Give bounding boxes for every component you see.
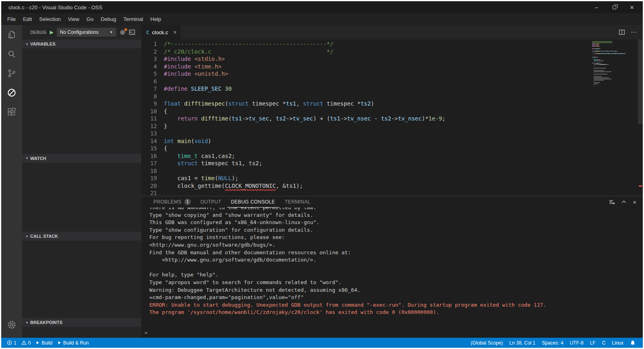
code-editor[interactable]: 1/*-------------------------------------… [141,39,643,196]
status-build[interactable]: Build [33,340,55,346]
menu-file[interactable]: File [4,13,19,25]
status-errors[interactable]: 1 [4,340,19,346]
search-icon [6,49,17,59]
maximize-panel-button[interactable] [621,199,627,205]
debug-config-select[interactable]: No Configurations ▼ [57,28,116,37]
panel-actions: × [609,199,643,206]
line-number: 20 [141,182,164,190]
configure-gear-button[interactable] [120,29,126,35]
tab-label: clock.c [152,29,168,35]
line-number: 5 [141,70,164,78]
code-text: #include <stdio.h> [164,55,225,63]
split-editor-button[interactable] [619,29,625,35]
console-line: ERROR: Unable to start debugging. Unexpe… [149,301,643,309]
code-text: { [164,108,167,115]
code-text: #include <unistd.h> [164,70,228,78]
status-indentation[interactable]: Spaces: 4 [539,340,566,346]
tab-close-button[interactable]: × [173,29,177,35]
code-text: /* c20/clock.c */ [164,48,333,56]
restore-button[interactable] [611,4,618,11]
console-line: For help, type "help". [149,271,643,279]
problems-count-badge: 1 [184,199,191,205]
line-number: 19 [141,174,164,182]
collapse-arrow-icon: ▾ [26,42,28,46]
close-button[interactable]: × [628,4,636,11]
status-right: (Global Scope)Ln 38, Col 1Spaces: 4UTF-8… [467,340,639,346]
activity-items [1,25,22,122]
code-text: struct timespec ts1, ts2; [164,160,262,167]
panel-tabs: PROBLEMS1OUTPUTDEBUG CONSOLETERMINAL× [141,196,643,208]
status-notifications[interactable] [627,340,639,346]
panel-tab-problems[interactable]: PROBLEMS1 [149,196,195,208]
activity-item-debug[interactable] [1,83,22,102]
status-language[interactable]: C [599,340,609,346]
status-left: 10BuildBuild & Run [4,340,91,346]
menu-selection[interactable]: Selection [35,13,64,25]
activity-item-extensions[interactable] [1,102,22,122]
menu-view[interactable]: View [64,13,83,25]
line-number: 4 [141,63,164,71]
status-label: UTF-8 [570,340,584,346]
section-header-watch[interactable]: ▾WATCH [22,154,141,163]
panel-tab-output[interactable]: OUTPUT [196,196,225,208]
debug-console-toggle-button[interactable] [129,29,135,35]
clear-console-button[interactable] [609,199,615,205]
panel-tab-terminal[interactable]: TERMINAL [281,196,315,208]
debug-console-output[interactable]: There is NO WARRANTY, to the extent perm… [141,208,643,317]
status-label: Build [41,340,52,346]
error-circle-icon [7,340,12,345]
line-number: 9 [141,100,164,108]
status-encoding[interactable]: UTF-8 [567,340,587,346]
line-number: 15 [141,145,164,152]
scrollbar-thumb[interactable] [638,39,642,124]
code-line: 1/*-------------------------------------… [141,40,643,48]
editor-scrollbar[interactable] [638,39,643,196]
source-control-icon [6,68,17,79]
section-label: BREAKPOINTS [30,320,62,325]
console-line: The program '/sysroot/home/wanbli/C/zdro… [149,309,643,316]
debug-start-icon[interactable]: ▶ [50,29,54,35]
status-scope[interactable]: (Global Scope) [467,340,506,346]
status-eol[interactable]: LF [587,340,599,346]
line-number: 3 [141,55,164,63]
workbench: DEBUG ▶ No Configurations ▼ ▾VARIABLES▾W… [1,25,643,338]
activity-item-search[interactable] [1,44,22,64]
section-header-call-stack[interactable]: ▾CALL STACK [22,232,141,241]
debug-toolbar: DEBUG ▶ No Configurations ▼ [22,25,141,39]
panel-tab-debug-console[interactable]: DEBUG CONSOLE [227,196,279,208]
activity-item-settings[interactable] [1,315,22,334]
menu-debug[interactable]: Debug [97,13,120,25]
section-header-breakpoints[interactable]: ▾BREAKPOINTS [22,318,141,327]
status-build-and-run[interactable]: Build & Run [55,340,91,346]
gear-badge [124,28,127,31]
section-body-breakpoints [22,327,141,338]
menu-go[interactable]: Go [83,13,97,25]
console-line: Find the GDB manual and other documentat… [149,249,643,257]
more-actions-button[interactable]: ⋯ [631,29,637,36]
section-header-variables[interactable]: ▾VARIABLES [22,39,141,48]
status-cursor-position[interactable]: Ln 38, Col 1 [506,340,539,346]
activity-item-explorer[interactable] [1,25,22,44]
code-line: 3#include <stdio.h> [141,55,643,63]
status-warnings[interactable]: 0 [19,340,33,346]
menu-edit[interactable]: Edit [19,13,35,25]
debug-sections: ▾VARIABLES▾WATCH▾CALL STACK▾BREAKPOINTS [22,39,141,338]
debug-console-input[interactable]: > [141,327,643,338]
minimap[interactable] [592,41,637,87]
window-title: clock.c - c20 - Visual Studio Code - OSS [8,4,102,10]
code-text: int main(void) [164,137,211,145]
activity-item-source-control[interactable] [1,64,22,83]
close-panel-button[interactable]: × [633,199,636,206]
menu-terminal[interactable]: Terminal [120,13,147,25]
status-os[interactable]: Linux [609,340,627,346]
section-watch: ▾WATCH [22,154,141,232]
settings-icon [7,320,17,330]
menu-help[interactable]: Help [147,13,165,25]
tab-clock-c[interactable]: C clock.c × [141,25,181,39]
menu-bar: FileEditSelectionViewGoDebugTerminalHelp [1,13,643,25]
line-number: 17 [141,160,164,167]
console-line: For bug reporting instructions, please s… [149,234,643,241]
minimize-button[interactable]: − [593,4,600,11]
line-number: 10 [141,108,164,115]
debug-config-label: No Configurations [60,29,99,35]
